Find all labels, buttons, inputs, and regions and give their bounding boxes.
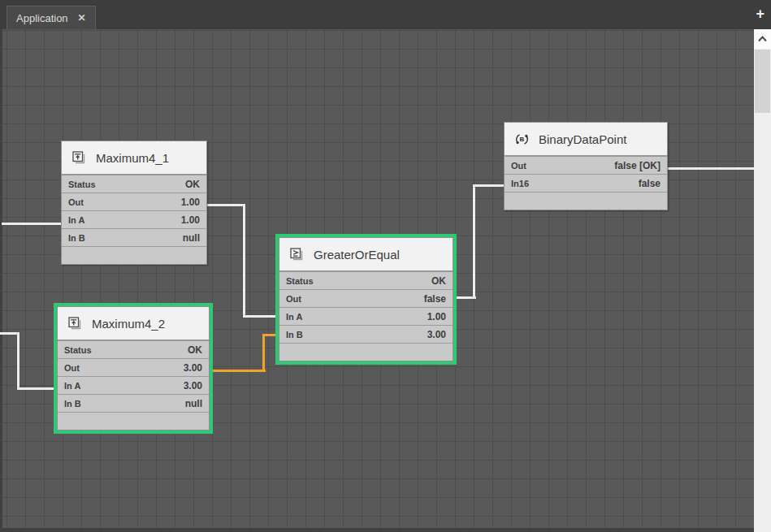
wire-bdpout-offscreen[interactable] — [668, 167, 754, 170]
wire-max1out-goeina-v[interactable] — [243, 204, 245, 318]
pin-out[interactable]: Out 1.00 — [62, 193, 206, 211]
scrollbar-thumb[interactable] — [755, 50, 770, 113]
block-header[interactable]: B BinaryDataPoint — [505, 123, 667, 157]
pin-in-a[interactable]: In A 1.00 — [279, 308, 453, 326]
wire-feed-max2-ina-h2[interactable] — [17, 387, 57, 390]
block-footer — [505, 192, 667, 210]
tab-bar: Application ✕ + — [0, 0, 771, 29]
chevron-up-icon — [757, 35, 768, 43]
canvas-left-edge — [0, 29, 2, 532]
pin-in-b[interactable]: In B 3.00 — [279, 326, 453, 344]
add-tab-icon[interactable]: + — [756, 3, 765, 24]
block-maximum4-1[interactable]: Maximum4_1 Status OK Out 1.00 In A 1.00 … — [61, 141, 207, 265]
wire-max1out-goeina-h2[interactable] — [243, 315, 279, 318]
greater-or-equal-icon — [289, 247, 305, 262]
block-footer — [62, 247, 206, 264]
wire-max2out-goeinb-v[interactable] — [262, 334, 265, 372]
block-title: GreaterOrEqual — [314, 248, 400, 262]
pin-out[interactable]: Out false [OK] — [505, 157, 667, 175]
svg-text:B: B — [520, 136, 525, 143]
canvas-bottom-edge — [0, 528, 754, 532]
pin-in-a[interactable]: In A 3.00 — [58, 377, 209, 395]
wire-max2out-goeinb-h2[interactable] — [262, 334, 279, 336]
wiresheet-canvas[interactable]: Maximum4_1 Status OK Out 1.00 In A 1.00 … — [0, 29, 754, 532]
close-icon[interactable]: ✕ — [78, 13, 86, 23]
maximum-icon — [71, 150, 87, 166]
wire-goeout-bdpin16-v[interactable] — [473, 184, 475, 299]
pin-in-b[interactable]: In B null — [62, 229, 206, 247]
pin-status[interactable]: Status OK — [62, 175, 206, 193]
block-title: BinaryDataPoint — [539, 132, 626, 146]
block-binary-data-point[interactable]: B BinaryDataPoint Out false [OK] In16 fa… — [504, 122, 668, 210]
block-title: Maximum4_1 — [96, 151, 169, 165]
block-greater-or-equal[interactable]: GreaterOrEqual Status OK Out false In A … — [279, 237, 453, 361]
block-footer — [58, 413, 209, 430]
pin-in16[interactable]: In16 false — [505, 175, 667, 192]
wire-feed-max2-ina-v[interactable] — [17, 332, 19, 390]
pin-status[interactable]: Status OK — [279, 272, 453, 290]
wire-max2out-goeinb-h1[interactable] — [210, 370, 266, 372]
wire-feed-max1-ina[interactable] — [2, 223, 61, 225]
pin-out[interactable]: Out false — [279, 290, 453, 308]
binary-data-point-icon: B — [514, 132, 530, 147]
block-maximum4-2[interactable]: Maximum4_2 Status OK Out 3.00 In A 3.00 … — [57, 306, 210, 430]
block-header[interactable]: GreaterOrEqual — [279, 238, 453, 272]
block-header[interactable]: Maximum4_2 — [58, 307, 209, 341]
tab-label: Application — [16, 12, 68, 24]
scroll-up-button[interactable] — [754, 29, 771, 49]
wire-goeout-bdpin16-h2[interactable] — [473, 184, 504, 187]
block-footer — [279, 344, 453, 361]
vertical-scrollbar[interactable] — [754, 29, 771, 532]
block-title: Maximum4_2 — [92, 317, 165, 331]
tab-application[interactable]: Application ✕ — [6, 6, 96, 29]
pin-out[interactable]: Out 3.00 — [58, 359, 209, 377]
maximum-icon — [67, 316, 83, 331]
pin-status[interactable]: Status OK — [58, 341, 209, 359]
pin-in-a[interactable]: In A 1.00 — [62, 211, 206, 229]
wire-max1out-goeina-h1[interactable] — [207, 204, 245, 206]
pin-in-b[interactable]: In B null — [58, 395, 209, 413]
block-header[interactable]: Maximum4_1 — [62, 141, 206, 175]
